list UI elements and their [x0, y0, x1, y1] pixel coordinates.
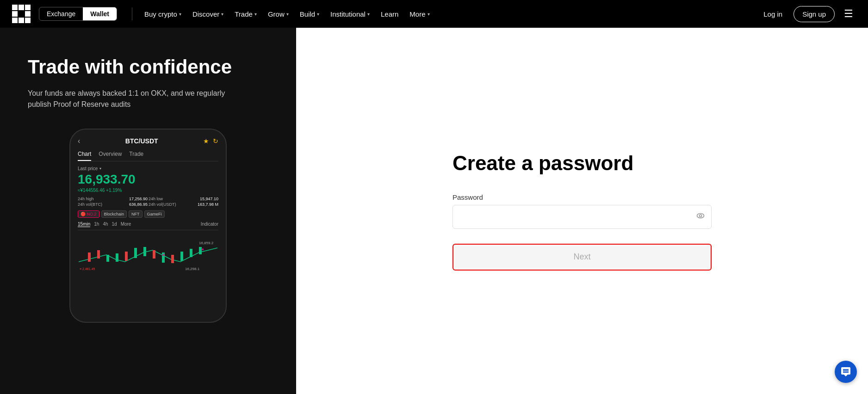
- svg-rect-7: [25, 18, 31, 23]
- next-button[interactable]: Next: [453, 244, 712, 271]
- nav-right: Log in Sign up ☰: [758, 6, 857, 22]
- svg-rect-4: [25, 11, 31, 17]
- tag-nft: NFT: [129, 210, 143, 218]
- nav-item-learn[interactable]: Learn: [376, 6, 403, 22]
- password-input[interactable]: [453, 205, 712, 229]
- phone-pair-title: BTC/USDT: [125, 137, 158, 145]
- nav-divider: [132, 7, 132, 20]
- svg-point-27: [700, 215, 702, 217]
- svg-text:≡ 2,481.45: ≡ 2,481.45: [80, 267, 95, 271]
- chevron-down-icon: ▾: [286, 12, 289, 17]
- svg-rect-20: [199, 247, 202, 254]
- svg-text:16,859.2: 16,859.2: [199, 241, 214, 245]
- phone-tab-trade[interactable]: Trade: [129, 151, 143, 161]
- right-panel: Create a password Password Next: [296, 28, 868, 394]
- signup-button[interactable]: Sign up: [794, 6, 835, 22]
- chevron-down-icon: ▾: [428, 12, 430, 17]
- nav-item-institutional[interactable]: Institutional ▾: [326, 6, 374, 22]
- svg-rect-6: [19, 18, 24, 23]
- exchange-toggle-btn[interactable]: Exchange: [39, 7, 83, 20]
- phone-mockup: ‹ BTC/USDT ★ ↻ Chart Overview Trade Last…: [69, 129, 227, 323]
- phone-stats: 24h high 17,256.90 24h low 15,947.10 24h…: [78, 197, 218, 207]
- phone-chart: 16,859.2 16,298.1 ≡ 2,481.45: [78, 234, 218, 271]
- form-title: Create a password: [453, 152, 712, 175]
- svg-rect-17: [171, 255, 174, 263]
- nav-item-more[interactable]: More ▾: [405, 6, 434, 22]
- chevron-down-icon: ▾: [254, 12, 257, 17]
- svg-rect-13: [134, 248, 137, 258]
- timeframe-1h[interactable]: 1h: [94, 222, 99, 227]
- svg-point-26: [697, 213, 704, 218]
- phone-price-sub: ≈¥144556.46 +1.19%: [78, 188, 218, 193]
- timeframe-more[interactable]: More: [121, 222, 131, 227]
- phone-price-label: Last price ▾: [78, 166, 218, 171]
- hero-headline: Trade with confidence: [28, 55, 268, 79]
- logo[interactable]: [11, 4, 31, 24]
- svg-rect-8: [88, 252, 91, 262]
- phone-tabs: Chart Overview Trade: [78, 151, 218, 161]
- phone-tab-chart[interactable]: Chart: [78, 151, 91, 161]
- timeframe-1d[interactable]: 1d: [112, 222, 117, 227]
- chevron-down-icon: ▾: [179, 12, 181, 17]
- svg-rect-9: [97, 250, 100, 259]
- phone-tags: 🔴 NO.2 Blockchain NFT GameFi: [78, 210, 218, 218]
- svg-text:16,298.1: 16,298.1: [185, 267, 200, 271]
- eye-icon[interactable]: [696, 211, 705, 222]
- nav-item-buy-crypto[interactable]: Buy crypto ▾: [140, 6, 186, 22]
- svg-rect-18: [180, 252, 183, 261]
- svg-rect-1: [19, 5, 24, 10]
- chevron-down-icon: ▾: [317, 12, 319, 17]
- nav-item-grow[interactable]: Grow ▾: [263, 6, 293, 22]
- timeframe-15min[interactable]: 15min: [78, 222, 90, 227]
- svg-rect-12: [125, 252, 128, 261]
- timeframe-4h[interactable]: 4h: [103, 222, 108, 227]
- svg-rect-11: [116, 253, 118, 262]
- stat-row: 24h high 17,256.90: [78, 197, 148, 201]
- exchange-wallet-toggle: Exchange Wallet: [39, 7, 117, 21]
- star-icon: ★: [203, 137, 209, 145]
- wallet-toggle-btn[interactable]: Wallet: [83, 7, 117, 20]
- timeframe-indicator[interactable]: Indicator: [201, 222, 218, 227]
- hamburger-menu-icon[interactable]: ☰: [840, 6, 857, 22]
- svg-rect-10: [106, 255, 109, 262]
- hero-subtext: Your funds are always backed 1:1 on OKX,…: [28, 88, 250, 110]
- chevron-down-icon: ▾: [221, 12, 223, 17]
- chevron-down-icon: ▾: [367, 12, 370, 17]
- phone-action-icons: ★ ↻: [203, 137, 218, 145]
- nav-item-trade[interactable]: Trade ▾: [230, 6, 261, 22]
- nav-menu: Buy crypto ▾ Discover ▾ Trade ▾ Grow ▾ B…: [140, 6, 754, 22]
- stat-row: 24h low 15,947.10: [149, 197, 218, 201]
- form-container: Create a password Password Next: [453, 152, 712, 271]
- main-content: Trade with confidence Your funds are alw…: [0, 28, 868, 394]
- stat-row: 24h vol(USDT) 163,7.98 M: [149, 202, 218, 207]
- back-icon: ‹: [78, 137, 80, 145]
- svg-rect-3: [12, 11, 18, 17]
- phone-header: ‹ BTC/USDT ★ ↻: [78, 137, 218, 145]
- phone-price: 16,933.70: [78, 172, 218, 187]
- svg-rect-5: [12, 18, 18, 23]
- password-input-wrapper: [453, 205, 712, 229]
- refresh-icon: ↻: [213, 137, 218, 145]
- svg-rect-2: [25, 5, 31, 10]
- svg-rect-14: [143, 247, 146, 256]
- navbar: Exchange Wallet Buy crypto ▾ Discover ▾ …: [0, 0, 868, 28]
- phone-timeframes: 15min 1h 4h 1d More Indicator: [78, 222, 218, 230]
- svg-rect-0: [12, 5, 18, 10]
- login-button[interactable]: Log in: [758, 6, 788, 22]
- stat-row: 24h vol(BTC) 636,86.95: [78, 202, 148, 207]
- nav-item-discover[interactable]: Discover ▾: [188, 6, 228, 22]
- chat-bubble-button[interactable]: [835, 361, 857, 383]
- password-label: Password: [453, 193, 712, 201]
- tag-gamefi: GameFi: [144, 210, 165, 218]
- svg-rect-15: [153, 250, 155, 259]
- nav-item-build[interactable]: Build ▾: [295, 6, 324, 22]
- left-panel: Trade with confidence Your funds are alw…: [0, 28, 296, 394]
- tag-no2: 🔴 NO.2: [78, 210, 99, 218]
- phone-tab-overview[interactable]: Overview: [99, 151, 122, 161]
- svg-rect-19: [190, 249, 192, 257]
- tag-blockchain: Blockchain: [101, 210, 127, 218]
